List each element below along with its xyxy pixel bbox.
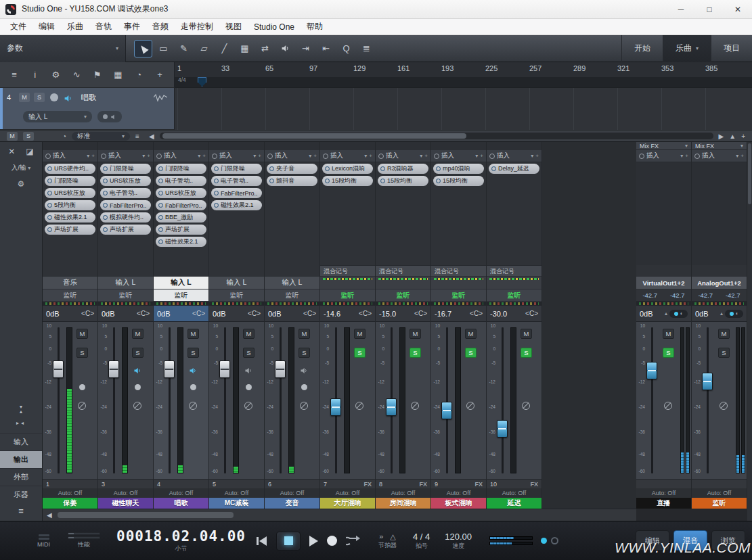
channel-name[interactable]: 延迟 xyxy=(487,498,541,509)
channel-mute-button[interactable]: M xyxy=(187,329,199,339)
output-bypass-icon[interactable] xyxy=(664,402,672,410)
insert-add-icon[interactable]: + xyxy=(424,153,428,159)
fader-track[interactable] xyxy=(52,322,65,479)
add-track-icon[interactable]: + xyxy=(154,70,166,80)
monitor-button[interactable]: 监听 xyxy=(431,289,486,302)
scroll-right-button[interactable]: ▶ xyxy=(719,133,724,140)
output-strip-1[interactable]: Mix FX▾插入▾+VirtualOut1+2-42.7-42.70dB▴◐1… xyxy=(636,142,692,509)
channel-level-value[interactable]: 0dB xyxy=(213,310,248,318)
plugin-power-icon[interactable] xyxy=(214,203,219,208)
channel-name[interactable]: 房间混响 xyxy=(376,498,430,509)
channel-mute-button[interactable]: M xyxy=(410,329,421,339)
plugin-power-icon[interactable] xyxy=(47,191,52,195)
eraser-tool[interactable]: ▱ xyxy=(195,40,213,57)
range-tool[interactable]: ▭ xyxy=(154,40,173,57)
scroll-left-button[interactable]: ◀ xyxy=(149,133,154,140)
grid-icon[interactable]: ▦ xyxy=(112,70,125,80)
monitor-button[interactable]: 监听 xyxy=(98,289,153,302)
insert-slot[interactable]: 声场扩展 xyxy=(100,225,151,235)
channel-solo-button[interactable]: S xyxy=(521,348,532,358)
menu-item-9[interactable]: Studio One xyxy=(248,19,301,34)
monitor-button[interactable]: 监听 xyxy=(154,289,208,302)
channel-solo-button[interactable]: S xyxy=(354,348,366,358)
collapse-strips-icon[interactable]: ▸◂ xyxy=(16,420,26,426)
plugin-power-icon[interactable] xyxy=(47,227,52,232)
automation-mode[interactable]: Auto: Off xyxy=(487,488,541,498)
automation-mode[interactable]: Auto: Off xyxy=(320,488,375,498)
channel-link-icon[interactable] xyxy=(190,384,196,390)
insert-slot[interactable]: FabFilterPro.. xyxy=(156,200,206,210)
plugin-power-icon[interactable] xyxy=(214,179,219,183)
automation-mode[interactable]: Auto: Off xyxy=(265,488,319,498)
channel-bypass-icon[interactable] xyxy=(133,402,141,410)
plugin-power-icon[interactable] xyxy=(158,166,163,171)
plugin-power-icon[interactable] xyxy=(491,166,496,171)
power-icon[interactable] xyxy=(694,154,700,159)
bend-tool[interactable]: ⇄ xyxy=(256,40,274,57)
insert-slot[interactable]: 门限降噪 xyxy=(45,176,95,186)
fader-handle[interactable] xyxy=(53,360,64,378)
timebase-select[interactable]: 标准▾ xyxy=(72,132,130,141)
track-monitor-button[interactable] xyxy=(64,93,72,106)
io-selector[interactable]: 入/输▾ xyxy=(12,164,31,172)
automation-mode[interactable]: Auto: Off xyxy=(692,488,747,498)
insert-slot[interactable]: 门限降噪 xyxy=(211,164,262,174)
plugin-power-icon[interactable] xyxy=(214,191,219,195)
channel-strip-10[interactable]: 插入▾+Delay_延迟混合记号监听-30.0<C>1050-5-12-24-3… xyxy=(487,142,542,509)
channel-name[interactable]: 大厅混响 xyxy=(320,498,375,509)
channel-pan-value[interactable]: <C> xyxy=(248,310,261,317)
project-page-button[interactable]: 项目 xyxy=(711,35,752,62)
insert-menu-icon[interactable]: ▾ xyxy=(364,153,367,159)
arrange-canvas[interactable] xyxy=(175,88,752,130)
menu-item-7[interactable]: 走带控制 xyxy=(175,19,219,34)
monitor-button[interactable]: 监听 xyxy=(487,289,541,302)
channel-strip-7[interactable]: 插入▾+Lexicon混响15段均衡混合记号监听-14.6<C>1050-5-1… xyxy=(320,142,376,509)
insert-slot[interactable]: 夹子音 xyxy=(267,164,317,174)
fader-track[interactable] xyxy=(219,322,231,479)
insert-slot[interactable]: 磁性效果2.1 xyxy=(156,237,206,247)
channel-monitor-icon[interactable] xyxy=(244,365,252,377)
monitor-button[interactable]: 监听 xyxy=(43,289,97,302)
plugin-power-icon[interactable] xyxy=(47,179,52,183)
track-record-arm-button[interactable] xyxy=(50,93,58,101)
output-name[interactable]: 直播 xyxy=(636,498,691,509)
scroll-up-button[interactable]: ▲ xyxy=(729,133,736,140)
insert-slot[interactable]: 门限降噪 xyxy=(100,164,151,174)
channel-strip-6[interactable]: 插入▾+夹子音颤抖音输入 L监听0dB<C>1050-5-12-24-36-48… xyxy=(265,142,320,509)
time-signature-display[interactable]: 4 / 4 拍号 xyxy=(413,532,430,551)
timeline-ruler[interactable]: 14/4336597129161193225257289321353385 xyxy=(175,62,752,88)
precount-icon[interactable]: » xyxy=(379,532,383,541)
plugin-power-icon[interactable] xyxy=(103,203,108,208)
insert-slot[interactable]: Delay_延迟 xyxy=(489,164,539,174)
channel-strip-1[interactable]: 插入▾+URS硬件均..门限降噪URS软压放5段均衡磁性效果2.1声场扩展音乐监… xyxy=(43,142,98,509)
channel-mute-button[interactable]: M xyxy=(298,329,310,339)
automation-icon[interactable]: ∿ xyxy=(70,70,83,80)
insert-slot[interactable]: FabFilterPro.. xyxy=(100,200,151,210)
channel-bypass-icon[interactable] xyxy=(466,402,474,410)
channel-solo-button[interactable]: S xyxy=(298,348,310,358)
channel-mute-button[interactable]: M xyxy=(243,329,255,339)
insert-slot[interactable]: URS软压放 xyxy=(100,176,151,186)
channel-mute-button[interactable]: M xyxy=(465,329,477,339)
mixfx-dropdown-icon[interactable]: ▾ xyxy=(740,143,743,149)
plugin-power-icon[interactable] xyxy=(269,166,274,171)
insert-add-icon[interactable]: + xyxy=(91,153,95,159)
monitor-button[interactable]: 监听 xyxy=(320,289,375,302)
fader-handle[interactable] xyxy=(275,360,286,378)
plugin-power-icon[interactable] xyxy=(436,166,441,171)
monitor-button[interactable]: 监听 xyxy=(376,289,430,302)
channel-level-value[interactable]: 0dB xyxy=(102,310,137,318)
monitor-toggle[interactable]: ◐ xyxy=(725,310,743,318)
channel-pan-value[interactable]: <C> xyxy=(359,310,372,317)
menu-item-5[interactable]: 事件 xyxy=(118,19,146,34)
mixfx-header[interactable]: Mix FX▾ xyxy=(692,142,747,150)
insert-slot[interactable]: Lexicon混响 xyxy=(322,164,373,174)
output-level-value[interactable]: 0dB xyxy=(640,310,665,318)
fader-handle[interactable] xyxy=(219,360,230,378)
insert-slot[interactable]: 15段均衡 xyxy=(322,176,373,186)
insert-slot[interactable]: 电子管动.. xyxy=(100,188,151,198)
channel-solo-button[interactable]: S xyxy=(76,348,88,358)
channel-bypass-icon[interactable] xyxy=(244,402,252,410)
automation-mode[interactable]: Auto: Off xyxy=(43,488,97,498)
channel-level-value[interactable]: -15.0 xyxy=(379,310,414,318)
